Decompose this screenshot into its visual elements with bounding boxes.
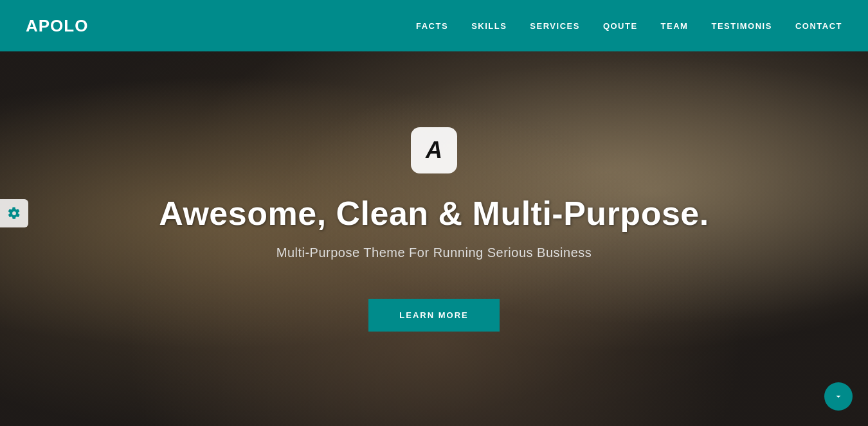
navbar: APOLO FACTS SKILLS SERVICES QOUTE TEAM T… [0, 0, 868, 51]
nav-link-team[interactable]: TEAM [661, 21, 689, 31]
nav-link-services[interactable]: SERVICES [530, 21, 580, 31]
nav-link-facts[interactable]: FACTS [416, 21, 448, 31]
learn-more-button[interactable]: LEARN MORE [368, 299, 499, 332]
settings-button[interactable] [0, 199, 28, 227]
nav-item-services[interactable]: SERVICES [530, 20, 580, 31]
chevron-down-icon [833, 391, 844, 402]
hero-logo-icon: A [411, 127, 457, 173]
scroll-down-button[interactable] [824, 382, 853, 411]
nav-link-qoute[interactable]: QOUTE [603, 21, 638, 31]
nav-item-team[interactable]: TEAM [661, 20, 689, 31]
hero-subtitle: Multi-Purpose Theme For Running Serious … [276, 245, 592, 260]
nav-link-skills[interactable]: SKILLS [471, 21, 507, 31]
nav-item-facts[interactable]: FACTS [416, 20, 448, 31]
nav-item-testimonis[interactable]: TESTIMONIS [711, 20, 772, 31]
gear-icon [8, 207, 21, 220]
nav-item-contact[interactable]: CONTACT [795, 20, 842, 31]
nav-link-contact[interactable]: CONTACT [795, 21, 842, 31]
nav-menu: FACTS SKILLS SERVICES QOUTE TEAM TESTIMO… [416, 20, 842, 31]
nav-item-qoute[interactable]: QOUTE [603, 20, 638, 31]
hero-title: Awesome, Clean & Multi-Purpose. [159, 194, 709, 233]
hero-section: A Awesome, Clean & Multi-Purpose. Multi-… [0, 0, 868, 426]
hero-content: A Awesome, Clean & Multi-Purpose. Multi-… [159, 127, 709, 332]
brand-logo[interactable]: APOLO [26, 16, 88, 36]
nav-item-skills[interactable]: SKILLS [471, 20, 507, 31]
nav-link-testimonis[interactable]: TESTIMONIS [711, 21, 772, 31]
